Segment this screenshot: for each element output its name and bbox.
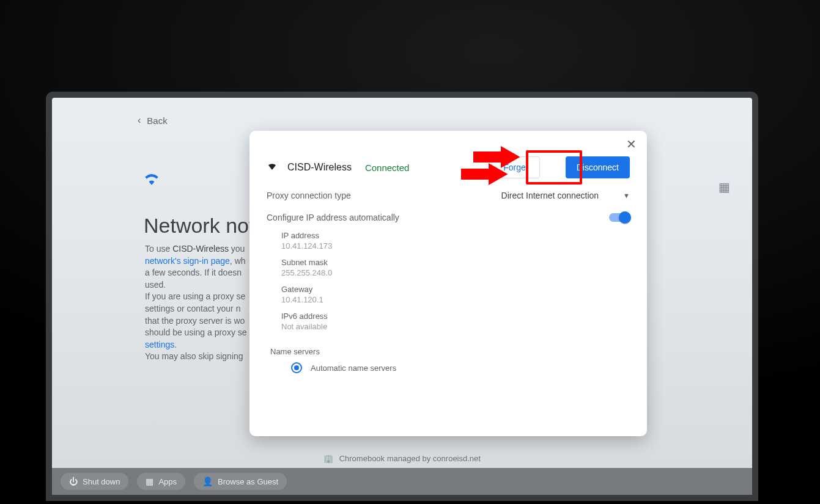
apps-grid-icon[interactable]: ▦ (718, 180, 730, 194)
radio-selected-icon (291, 362, 302, 373)
forget-button[interactable]: Forget (492, 156, 539, 178)
close-icon: ✕ (626, 137, 637, 152)
disconnect-button[interactable]: Disconnect (566, 156, 630, 178)
network-ssid: CISD-Wireless (287, 162, 352, 173)
chromebook-screen: ‹ Back ▦ Network not To use CISD-Wireles… (52, 98, 752, 495)
apps-icon: ▦ (146, 477, 153, 486)
chevron-down-icon: ▼ (623, 192, 630, 199)
taskbar: ⏻ Shut down ▦ Apps 👤 Browse as Guest (52, 468, 752, 495)
ip-address-value: 10.41.124.173 (281, 241, 630, 250)
back-label: Back (147, 115, 167, 126)
name-server-radio-row[interactable]: Automatic name servers (249, 360, 647, 376)
close-button[interactable]: ✕ (622, 136, 640, 153)
shutdown-label: Shut down (83, 477, 120, 486)
apps-label: Apps (158, 477, 177, 486)
chevron-left-icon: ‹ (138, 115, 141, 126)
browse-guest-button[interactable]: 👤 Browse as Guest (194, 473, 287, 490)
auto-ip-label: Configure IP address automatically (267, 213, 399, 222)
name-servers-label: Name servers (249, 341, 647, 360)
name-server-radio-label: Automatic name servers (311, 363, 396, 373)
proxy-type-label: Proxy connection type (267, 191, 351, 200)
building-icon: 🏢 (323, 454, 333, 463)
guest-label: Browse as Guest (218, 477, 278, 486)
network-status: Connected (365, 163, 410, 173)
ipv6-label: IPv6 address (281, 312, 630, 321)
ip-block: IP address 10.41.124.173 Subnet mask 255… (249, 228, 647, 341)
managed-bar: 🏢 Chromebook managed by conroeisd.net (52, 454, 752, 463)
page-title: Network not (144, 214, 254, 238)
apps-button[interactable]: ▦ Apps (137, 473, 185, 490)
person-icon: 👤 (202, 477, 213, 486)
subnet-mask-value: 255.255.248.0 (281, 268, 630, 277)
signin-page-link[interactable]: network's sign-in page (145, 256, 230, 266)
ip-address-label: IP address (281, 231, 630, 240)
gateway-label: Gateway (281, 285, 630, 294)
settings-link[interactable]: settings (145, 340, 174, 349)
subnet-mask-label: Subnet mask (281, 258, 630, 267)
proxy-type-dropdown[interactable]: Direct Internet connection ▼ (501, 191, 630, 200)
managed-text: Chromebook managed by conroeisd.net (339, 454, 481, 463)
proxy-type-value: Direct Internet connection (501, 191, 599, 200)
gateway-value: 10.41.120.1 (281, 295, 630, 304)
wifi-icon (142, 170, 161, 191)
back-button[interactable]: ‹ Back (138, 115, 168, 126)
shutdown-button[interactable]: ⏻ Shut down (61, 473, 128, 490)
auto-ip-toggle[interactable] (609, 213, 630, 222)
ipv6-value: Not available (281, 322, 630, 331)
power-icon: ⏻ (69, 477, 78, 486)
network-details-dialog: ✕ CISD-Wireless Connected Forget Disconn… (249, 131, 647, 436)
wifi-icon (267, 161, 278, 174)
